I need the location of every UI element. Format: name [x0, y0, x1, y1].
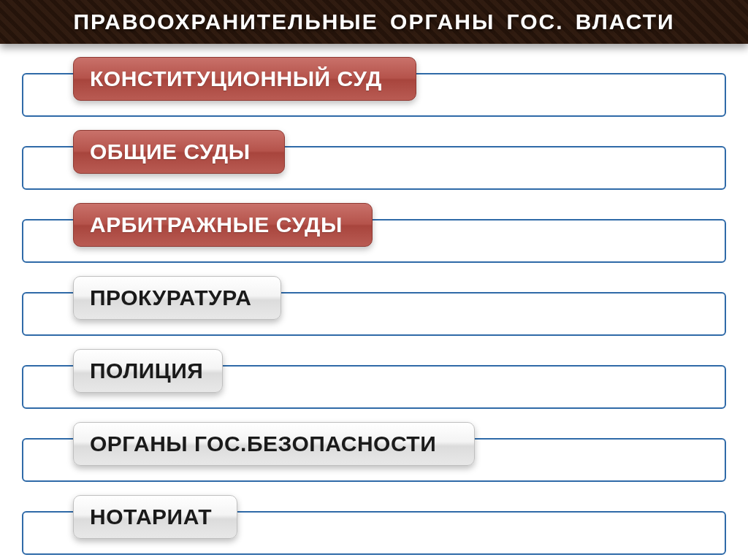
item-label: НОТАРИАТ [90, 505, 212, 529]
item-pill-constitutional-court: КОНСТИТУЦИОННЫЙ СУД [73, 57, 416, 101]
item-pill-arbitration-courts: АРБИТРАЖНЫЕ СУДЫ [73, 203, 373, 247]
item-label: ПОЛИЦИЯ [90, 358, 203, 383]
item-pill-prosecution: ПРОКУРАТУРА [73, 276, 281, 320]
list-item: КОНСТИТУЦИОННЫЙ СУД [22, 57, 726, 117]
slide-title: ПРАВООХРАНИТЕЛЬНЫЕ ОРГАНЫ ГОС. ВЛАСТИ [73, 9, 674, 34]
item-label: ОБЩИЕ СУДЫ [90, 139, 251, 164]
item-label: АРБИТРАЖНЫЕ СУДЫ [90, 212, 343, 237]
diagram-content: КОНСТИТУЦИОННЫЙ СУД ОБЩИЕ СУДЫ АРБИТРАЖН… [0, 44, 748, 555]
slide-header: ПРАВООХРАНИТЕЛЬНЫЕ ОРГАНЫ ГОС. ВЛАСТИ [0, 0, 748, 44]
item-pill-general-courts: ОБЩИЕ СУДЫ [73, 130, 285, 174]
item-label: КОНСТИТУЦИОННЫЙ СУД [90, 66, 382, 91]
list-item: АРБИТРАЖНЫЕ СУДЫ [22, 203, 726, 263]
item-pill-state-security: ОРГАНЫ ГОС.БЕЗОПАСНОСТИ [73, 422, 475, 466]
list-item: ОБЩИЕ СУДЫ [22, 130, 726, 190]
item-label: ОРГАНЫ ГОС.БЕЗОПАСНОСТИ [90, 431, 436, 456]
item-label: ПРОКУРАТУРА [90, 285, 251, 310]
list-item: ПОЛИЦИЯ [22, 349, 726, 409]
item-pill-notary: НОТАРИАТ [73, 495, 237, 539]
item-pill-police: ПОЛИЦИЯ [73, 349, 223, 393]
list-item: НОТАРИАТ [22, 495, 726, 555]
list-item: ОРГАНЫ ГОС.БЕЗОПАСНОСТИ [22, 422, 726, 482]
list-item: ПРОКУРАТУРА [22, 276, 726, 336]
